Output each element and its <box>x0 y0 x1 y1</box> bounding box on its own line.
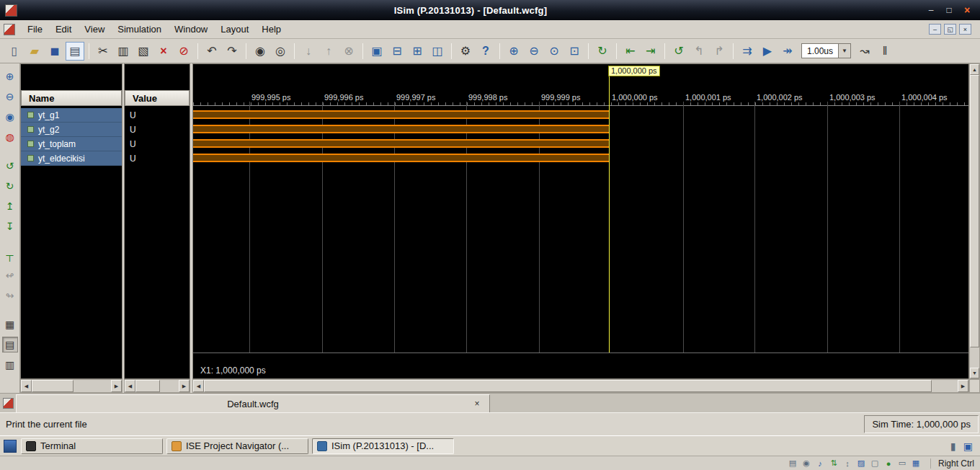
tile-vertical-button[interactable]: ⊞ <box>408 42 427 61</box>
zoom-in-button[interactable]: ⊕ <box>504 42 523 61</box>
menu-help[interactable]: Help <box>255 21 288 37</box>
context-help-button[interactable]: ? <box>476 42 495 61</box>
scrollbar-thumb[interactable] <box>32 380 74 392</box>
mdi-restore-button[interactable]: ◱ <box>944 24 956 35</box>
side-goto-end-button[interactable]: ↻ <box>2 178 18 194</box>
window-list-icon[interactable] <box>4 440 17 453</box>
side-next-edge-button[interactable]: ↬ <box>2 288 18 303</box>
battery-icon[interactable]: ▮ <box>950 440 956 452</box>
taskbar-button-isim[interactable]: ISim (P.20131013) - [D... <box>312 438 454 454</box>
restart-button[interactable]: ↺ <box>669 42 688 61</box>
cascade-windows-button[interactable]: ▣ <box>368 42 386 61</box>
tray-icon[interactable]: ▣ <box>963 440 973 452</box>
scroll-right-button[interactable]: ▶ <box>179 380 190 392</box>
shared-folder-icon[interactable]: ▨ <box>855 458 867 468</box>
record-icon[interactable]: ● <box>883 459 894 468</box>
waveform-panel[interactable]: 999,995 ps 999,996 ps 999,997 ps 999,998… <box>192 63 969 379</box>
menu-edit[interactable]: Edit <box>49 21 78 37</box>
scroll-right-button[interactable]: ▶ <box>958 380 968 392</box>
scrollbar-thumb[interactable] <box>135 380 160 392</box>
zoom-out-button[interactable]: ⊖ <box>525 42 543 61</box>
side-zoom-full-button[interactable]: ◉ <box>2 109 18 125</box>
zoom-full-view-button[interactable]: ⊙ <box>545 42 564 61</box>
side-zoom-cursor-button[interactable]: ◍ <box>2 129 18 145</box>
display-icon[interactable]: ▢ <box>869 458 881 468</box>
tile-horizontal-button[interactable]: ⊟ <box>388 42 406 61</box>
value-column-header[interactable]: Value <box>125 90 190 106</box>
menu-simulation[interactable]: Simulation <box>111 21 168 37</box>
scroll-down-button[interactable]: ▼ <box>970 368 979 378</box>
time-cursor[interactable] <box>609 75 610 352</box>
sim-time-dropdown-button[interactable]: ▼ <box>838 44 850 58</box>
open-file-button[interactable]: ▰ <box>25 42 44 61</box>
cut-button[interactable]: ✂ <box>94 42 112 61</box>
network-icon[interactable]: ⇅ <box>828 458 839 468</box>
minimize-button[interactable]: – <box>924 4 938 17</box>
signal-row[interactable]: yt_g2 <box>21 123 122 137</box>
titlebar[interactable]: ISim (P.20131013) - [Default.wcfg] – □ × <box>0 0 980 20</box>
step-out-button[interactable]: ↱ <box>710 42 729 61</box>
scroll-left-button[interactable]: ◀ <box>125 380 135 392</box>
break-button[interactable]: ‖ <box>876 42 894 61</box>
signal-row[interactable]: yt_g1 <box>21 108 122 123</box>
tab-default-wcfg[interactable]: Default.wcfg × <box>16 394 490 413</box>
maximize-button[interactable]: □ <box>942 4 956 17</box>
undo-button[interactable]: ↶ <box>202 42 221 61</box>
menu-file[interactable]: File <box>21 21 49 37</box>
float-window-button[interactable]: ◫ <box>428 42 447 61</box>
cd-icon[interactable]: ◉ <box>801 458 812 468</box>
relaunch-button[interactable]: ↻ <box>593 42 612 61</box>
wrench-button[interactable]: ⚙ <box>456 42 475 61</box>
value-panel-hscrollbar[interactable]: ◀ ▶ <box>124 379 190 393</box>
move-up-button[interactable]: ↑ <box>319 42 338 61</box>
sim-time-combobox[interactable]: 1.00us ▼ <box>801 43 851 58</box>
find-in-files-button[interactable]: ◎ <box>271 42 290 61</box>
side-prev-marker-button[interactable]: ↥ <box>2 198 18 214</box>
audio-icon[interactable]: ♪ <box>814 459 826 468</box>
scrollbar-thumb[interactable] <box>970 75 979 347</box>
signal-row[interactable]: yt_eldecikisi <box>21 151 122 166</box>
signal-row[interactable]: yt_toplam <box>21 137 122 151</box>
reset-button[interactable]: ⇤ <box>621 42 640 61</box>
side-zoom-out-button[interactable]: ⊖ <box>2 89 18 105</box>
zoom-area-button[interactable]: ⊡ <box>565 42 584 61</box>
run-button[interactable]: ▶ <box>758 42 777 61</box>
name-panel-hscrollbar[interactable]: ◀ ▶ <box>20 379 122 393</box>
run-for-time-button[interactable]: ↠ <box>778 42 797 61</box>
name-column-header[interactable]: Name <box>21 90 122 106</box>
taskbar-button-terminal[interactable]: Terminal <box>21 438 163 454</box>
menu-view[interactable]: View <box>78 21 111 37</box>
side-next-marker-button[interactable]: ↧ <box>2 218 18 234</box>
menu-window[interactable]: Window <box>168 21 214 37</box>
move-down-button[interactable]: ↓ <box>299 42 318 61</box>
stop-button[interactable]: ⊘ <box>174 42 193 61</box>
run-all-button[interactable]: ⇉ <box>738 42 757 61</box>
step-return-button[interactable]: ↰ <box>690 42 708 61</box>
new-file-button[interactable]: ▯ <box>5 42 24 61</box>
find-button[interactable]: ◉ <box>251 42 270 61</box>
side-console-button[interactable]: ▥ <box>2 357 18 373</box>
scrollbar-thumb[interactable] <box>204 380 932 392</box>
menu-layout[interactable]: Layout <box>214 21 255 37</box>
hdd-icon[interactable]: ▤ <box>787 458 798 468</box>
print-button[interactable]: ▤ <box>66 42 84 61</box>
side-prev-edge-button[interactable]: ↫ <box>2 267 18 283</box>
side-zoom-in-button[interactable]: ⊕ <box>2 68 18 84</box>
save-button[interactable]: ◼ <box>45 42 64 61</box>
waveform-hscrollbar[interactable]: ◀ ▶ <box>192 379 969 393</box>
keyboard-icon[interactable]: ▦ <box>910 458 922 468</box>
step-button[interactable]: ↝ <box>855 42 874 61</box>
scroll-right-button[interactable]: ▶ <box>111 380 122 392</box>
mdi-minimize-button[interactable]: – <box>929 24 941 35</box>
usb-icon[interactable]: ↕ <box>842 459 853 468</box>
copy-button[interactable]: ▥ <box>114 42 133 61</box>
close-button[interactable]: × <box>960 4 974 17</box>
taskbar-button-ise[interactable]: ISE Project Navigator (... <box>166 438 308 454</box>
cursor-time-flag[interactable]: 1,000,000 ps <box>608 66 660 76</box>
side-measure-button[interactable]: ▤ <box>2 337 18 352</box>
redo-button[interactable]: ↷ <box>223 42 241 61</box>
scroll-left-button[interactable]: ◀ <box>21 380 32 392</box>
clear-button[interactable]: ⊗ <box>339 42 358 61</box>
paste-button[interactable]: ▧ <box>134 42 153 61</box>
waveform-vscrollbar[interactable]: ▲ ▼ <box>969 63 980 379</box>
